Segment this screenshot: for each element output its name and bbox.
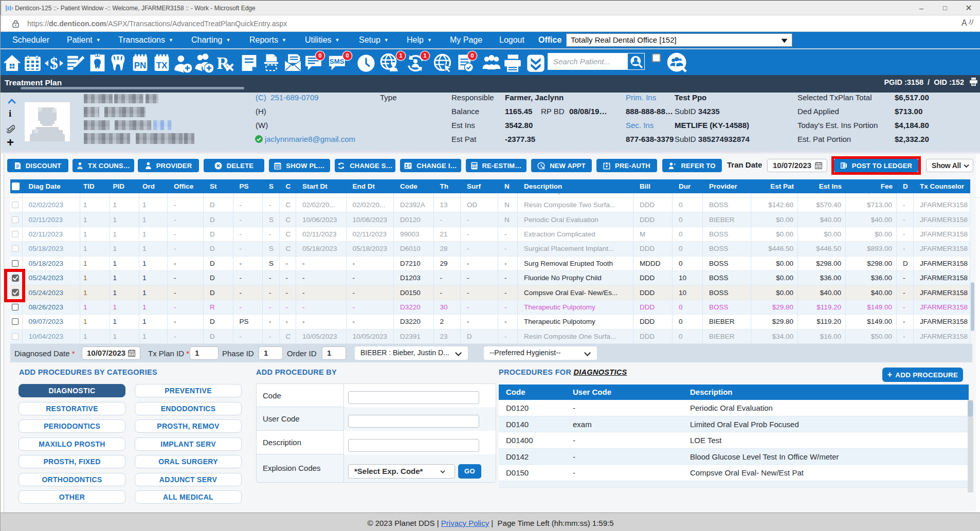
svg-text:PN: PN — [134, 61, 147, 70]
svg-text:$: $ — [50, 54, 58, 72]
svg-text:TX: TX — [156, 61, 168, 70]
svg-text:SMS: SMS — [330, 58, 344, 65]
